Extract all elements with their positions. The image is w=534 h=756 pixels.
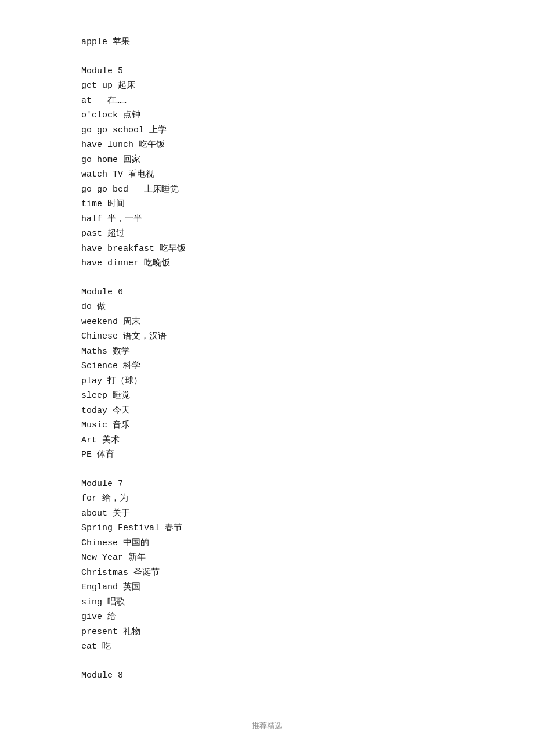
vocab-line: go go bed 上床睡觉: [81, 182, 453, 197]
vocab-line: today 今天: [81, 404, 453, 419]
vocab-line: present 礼物: [81, 625, 453, 640]
vocab-line: Art 美术: [81, 433, 453, 448]
vocab-line: about 关于: [81, 506, 453, 521]
vocab-line: sleep 睡觉: [81, 388, 453, 404]
vocab-line: Chinese 语文，汉语: [81, 329, 453, 344]
vocab-line: go go school 上学: [81, 123, 453, 138]
vocab-line: do 做: [81, 300, 453, 315]
section-module7: Module 7for 给，为about 关于Spring Festival 春…: [81, 477, 453, 654]
vocab-line: New Year 新年: [81, 550, 453, 566]
vocab-line: weekend 周末: [81, 315, 453, 330]
section-module6: Module 6do 做weekend 周末Chinese 语文，汉语Maths…: [81, 285, 453, 463]
vocab-line: o'clock 点钟: [81, 108, 453, 123]
vocab-line: time 时间: [81, 197, 453, 212]
vocab-line: have lunch 吃午饭: [81, 138, 453, 153]
vocab-line: for 给，为: [81, 491, 453, 506]
vocab-line: Music 音乐: [81, 418, 453, 433]
vocab-line: apple 苹果: [81, 35, 453, 50]
vocab-line: play 打（球）: [81, 374, 453, 389]
vocab-line: sing 唱歌: [81, 595, 453, 610]
vocab-line: give 给: [81, 610, 453, 625]
vocab-line: Christmas 圣诞节: [81, 566, 453, 581]
vocab-line: Module 8: [81, 668, 453, 683]
vocab-line: half 半，一半: [81, 212, 453, 227]
vocab-line: eat 吃: [81, 639, 453, 654]
section-intro: apple 苹果: [81, 35, 453, 50]
section-module8: Module 8: [81, 668, 453, 683]
vocab-line: Science 科学: [81, 359, 453, 374]
vocab-line: Module 6: [81, 285, 453, 300]
vocab-line: have breakfast 吃早饭: [81, 242, 453, 257]
section-module5: Module 5get up 起床at 在……o'clock 点钟go go s…: [81, 64, 453, 271]
vocab-line: past 超过: [81, 226, 453, 242]
vocab-line: Spring Festival 春节: [81, 521, 453, 536]
main-content: apple 苹果Module 5get up 起床at 在……o'clock 点…: [81, 35, 453, 683]
vocab-line: watch TV 看电视: [81, 167, 453, 182]
vocab-line: at 在……: [81, 93, 453, 109]
vocab-line: get up 起床: [81, 78, 453, 93]
footer-label: 推荐精选: [0, 720, 534, 733]
vocab-line: Chinese 中国的: [81, 536, 453, 551]
vocab-line: Module 5: [81, 64, 453, 79]
vocab-line: England 英国: [81, 580, 453, 595]
vocab-line: Module 7: [81, 477, 453, 492]
vocab-line: PE 体育: [81, 448, 453, 463]
vocab-line: Maths 数学: [81, 344, 453, 359]
vocab-line: go home 回家: [81, 153, 453, 168]
vocab-line: have dinner 吃晚饭: [81, 256, 453, 271]
